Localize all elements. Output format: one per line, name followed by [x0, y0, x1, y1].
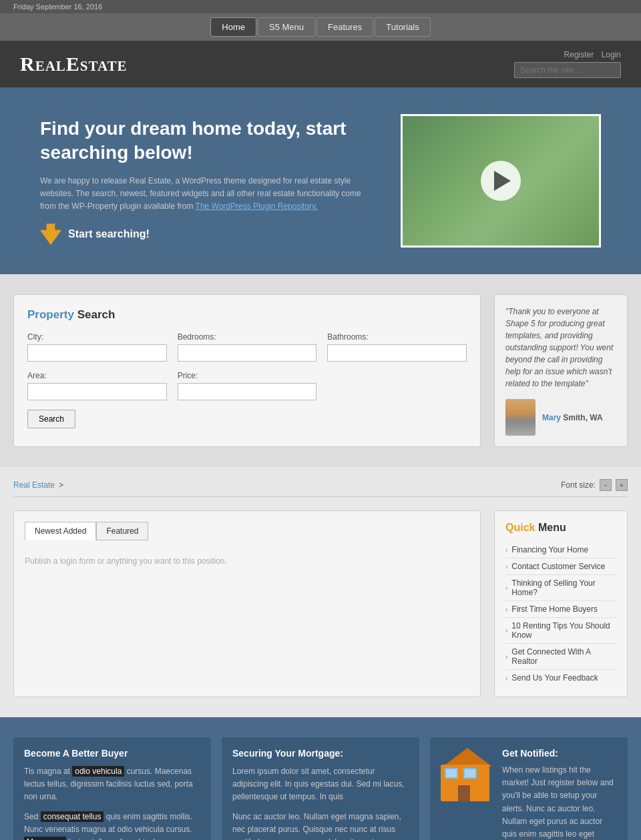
quick-menu-item-3[interactable]: › First Time Home Buyers	[505, 601, 616, 618]
hero-cta[interactable]: Start searching!	[40, 224, 374, 245]
breadcrumb-separator: >	[59, 480, 63, 490]
quick-menu-item-2[interactable]: › Thinking of Selling Your Home?	[505, 575, 616, 601]
house-roof	[443, 748, 492, 767]
play-icon	[494, 171, 511, 191]
search-button[interactable]: Search	[27, 410, 75, 428]
house-icon	[441, 748, 494, 808]
notify-content: Get Notified: When new listings hit the …	[502, 748, 617, 840]
bedrooms-field-group: Bedrooms:	[178, 332, 317, 362]
chevron-icon-0: ›	[505, 546, 507, 554]
register-link[interactable]: Register	[564, 50, 594, 59]
header-right: Register Login	[514, 50, 621, 78]
hero-title: Find your dream home today, start search…	[40, 117, 374, 165]
house-door	[458, 785, 470, 801]
search-input[interactable]	[514, 62, 621, 78]
area-input[interactable]	[27, 383, 167, 400]
form-row-2: Area: Price:	[27, 371, 467, 400]
form-row-1: City: Bedrooms: Bathrooms:	[27, 332, 467, 362]
testimonial-widget: "Thank you to everyone at Shape 5 for pr…	[494, 294, 628, 447]
author-name: Mary Smith, WA	[542, 412, 603, 424]
nav-features[interactable]: Features	[316, 17, 373, 37]
search-form: City: Bedrooms: Bathrooms: Area:	[27, 332, 467, 428]
listings-placeholder: Publish a login form or anything you wan…	[25, 550, 469, 572]
quick-menu-widget: Quick Menu › Financing Your Home › Conta…	[494, 510, 628, 697]
listings-tabs: Newest Added Featured	[25, 522, 469, 540]
listings-widget: Newest Added Featured Publish a login fo…	[13, 510, 481, 697]
testimonial-author: Mary Smith, WA	[505, 399, 616, 436]
quick-menu-item-0[interactable]: › Financing Your Home	[505, 542, 616, 558]
hero-link[interactable]: The WordPress Plugin Repository.	[196, 201, 318, 211]
bathrooms-label: Bathrooms:	[327, 332, 467, 342]
breadcrumb: Real Estate > Font size: − +	[13, 474, 628, 497]
get-notified-col: Get Notified: When new listings hit the …	[430, 737, 628, 840]
quick-menu-item-5[interactable]: › Get Connected With A Realtor	[505, 644, 616, 670]
date-display: Friday September 16, 2016	[13, 3, 102, 11]
quick-menu-item-6[interactable]: › Send Us Your Feedback	[505, 670, 616, 686]
hero-text: We are happy to release Real Estate, a W…	[40, 175, 374, 214]
avatar	[505, 399, 536, 436]
mortgage-text: Lorem ipsum dolor sit amet, consectetur …	[232, 765, 409, 840]
bedrooms-label: Bedrooms:	[178, 332, 317, 342]
become-better-buyer-col: Become A Better Buyer Tis magna at odio …	[13, 737, 211, 840]
price-field-group: Price:	[178, 371, 317, 400]
top-bar: Friday September 16, 2016	[0, 0, 641, 13]
nav-tutorials[interactable]: Tutorials	[375, 17, 430, 37]
testimonial-quote: "Thank you to everyone at Shape 5 for pr…	[505, 306, 616, 390]
tab-featured[interactable]: Featured	[96, 522, 148, 540]
quick-menu-item-1[interactable]: › Contact Customer Service	[505, 558, 616, 575]
search-box	[514, 62, 621, 78]
site-header: RealEstate Register Login	[0, 41, 641, 87]
nav-home[interactable]: Home	[210, 17, 256, 37]
house-window-right	[463, 768, 477, 779]
search-button-group	[327, 371, 467, 400]
font-size-control: Font size: − +	[561, 479, 628, 491]
chevron-icon-1: ›	[505, 563, 507, 570]
securing-mortgage-col: Securing Your Mortgage: Lorem ipsum dolo…	[222, 737, 419, 840]
price-label: Price:	[178, 371, 317, 380]
buyer-title: Become A Better Buyer	[24, 748, 200, 759]
login-link[interactable]: Login	[602, 50, 621, 59]
quick-menu-title: Quick Menu	[505, 522, 616, 534]
house-window-left	[445, 768, 458, 779]
chevron-icon-5: ›	[505, 653, 507, 661]
play-button[interactable]	[481, 161, 521, 201]
bottom-sections: Become A Better Buyer Tis magna at odio …	[0, 717, 641, 840]
area-field-group: Area:	[27, 371, 167, 400]
city-label: City:	[27, 332, 167, 342]
property-search-widget: Property Search City: Bedrooms: Bathroom…	[13, 294, 481, 447]
chevron-icon-2: ›	[505, 584, 507, 592]
main-content: Property Search City: Bedrooms: Bathroom…	[0, 274, 641, 467]
hero-video[interactable]	[401, 114, 601, 248]
house-body	[441, 765, 489, 801]
chevron-icon-3: ›	[505, 606, 507, 613]
hero-content: Find your dream home today, start search…	[40, 117, 374, 245]
buyer-text: Tis magna at odio vehicula cursus. Maece…	[24, 765, 200, 840]
video-thumbnail	[403, 116, 599, 246]
nav-s5menu[interactable]: S5 Menu	[258, 17, 315, 37]
area-label: Area:	[27, 371, 167, 380]
chevron-icon-4: ›	[505, 627, 507, 635]
city-input[interactable]	[27, 344, 167, 362]
arrow-down-icon	[40, 224, 61, 245]
breadcrumb-home[interactable]: Real Estate	[13, 480, 55, 490]
bathrooms-field-group: Bathrooms:	[327, 332, 467, 362]
chevron-icon-6: ›	[505, 675, 507, 682]
page-section: Real Estate > Font size: − +	[0, 467, 641, 504]
search-title: Property Search	[27, 308, 467, 322]
main-nav: Home S5 Menu Features Tutorials	[0, 13, 641, 41]
bedrooms-input[interactable]	[178, 344, 317, 362]
quick-menu-item-4[interactable]: › 10 Renting Tips You Should Know	[505, 618, 616, 644]
city-field-group: City:	[27, 332, 167, 362]
site-logo: RealEstate	[20, 53, 128, 75]
bathrooms-input[interactable]	[327, 344, 467, 362]
mortgage-title: Securing Your Mortgage:	[232, 748, 409, 759]
tab-newest-added[interactable]: Newest Added	[25, 522, 96, 540]
header-links: Register Login	[559, 50, 621, 59]
hero-section: Find your dream home today, start search…	[0, 87, 641, 274]
font-decrease-button[interactable]: −	[600, 479, 612, 491]
font-increase-button[interactable]: +	[616, 479, 628, 491]
price-input[interactable]	[178, 383, 317, 400]
listings-area: Newest Added Featured Publish a login fo…	[0, 504, 641, 717]
